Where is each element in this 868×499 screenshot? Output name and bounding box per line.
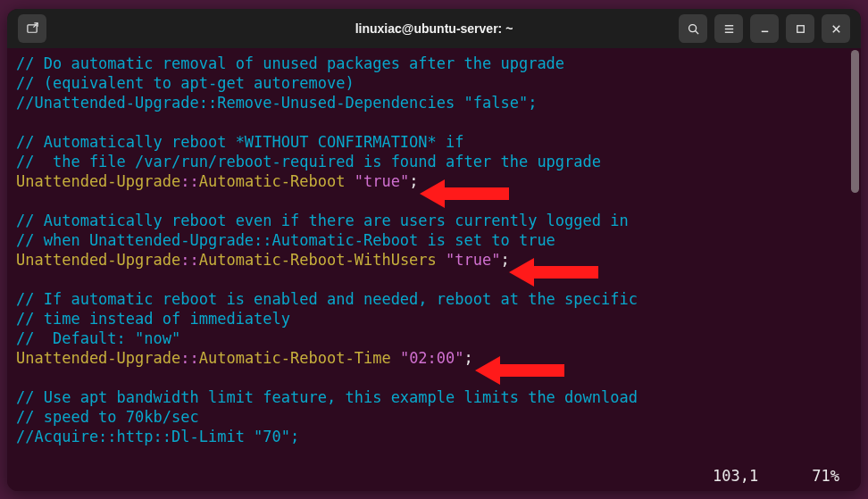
code-colon: :: xyxy=(180,349,198,367)
maximize-icon xyxy=(794,22,807,36)
code-string: "true" xyxy=(355,172,409,190)
new-tab-icon xyxy=(26,22,39,36)
code-colon: :: xyxy=(180,251,198,269)
code-line: // Do automatic removal of unused packag… xyxy=(16,54,564,72)
code-key: Automatic-Reboot-Time xyxy=(199,349,400,367)
cursor-position: 103,1 xyxy=(713,466,758,486)
titlebar: linuxiac@ubuntu-server: ~ xyxy=(7,9,861,48)
menu-button[interactable] xyxy=(714,14,743,43)
code-line: // Automatically reboot *WITHOUT CONFIRM… xyxy=(16,133,464,151)
svg-point-2 xyxy=(689,24,696,31)
search-icon xyxy=(687,22,700,36)
code-key: Automatic-Reboot xyxy=(199,172,355,190)
scroll-percent: 71% xyxy=(812,466,839,486)
terminal-window: linuxiac@ubuntu-server: ~ // Do automati… xyxy=(7,9,861,491)
code-string: "true" xyxy=(446,251,500,269)
code-semi: ; xyxy=(464,349,473,367)
code-line: // Default: "now" xyxy=(16,329,180,347)
scrollbar-thumb[interactable] xyxy=(851,50,859,193)
code-line: // If automatic reboot is enabled and ne… xyxy=(16,290,638,308)
code-string: "70" xyxy=(254,428,290,445)
close-button[interactable] xyxy=(822,14,850,43)
minimize-icon xyxy=(758,22,772,36)
new-tab-button[interactable] xyxy=(18,14,46,43)
code-line: //Unattended-Upgrade::Remove-Unused-Depe… xyxy=(16,94,464,112)
code-key: Unattended-Upgrade xyxy=(16,349,180,367)
close-icon xyxy=(830,22,843,36)
terminal-body[interactable]: // Do automatic removal of unused packag… xyxy=(7,48,861,491)
code-colon: :: xyxy=(180,172,198,190)
code-string: "02:00" xyxy=(400,349,464,367)
svg-rect-8 xyxy=(797,25,804,32)
code-line: // when Unattended-Upgrade::Automatic-Re… xyxy=(16,231,555,249)
code-line: // Automatically reboot even if there ar… xyxy=(16,212,629,229)
maximize-button[interactable] xyxy=(786,14,814,43)
code-key: Automatic-Reboot-WithUsers xyxy=(199,251,446,269)
code-line: //Acquire::http::Dl-Limit xyxy=(16,428,254,445)
code-line: // the file /var/run/reboot-required is … xyxy=(16,153,601,170)
code-semi: ; xyxy=(409,172,418,190)
code-semi: ; xyxy=(528,94,537,112)
code-key: Unattended-Upgrade xyxy=(16,251,180,269)
vim-status-line: 103,1 71% xyxy=(16,466,852,486)
code-semi: ; xyxy=(500,251,509,269)
search-button[interactable] xyxy=(679,14,707,43)
minimize-button[interactable] xyxy=(750,14,779,43)
code-semi: ; xyxy=(290,428,299,445)
window-title: linuxiac@ubuntu-server: ~ xyxy=(355,21,513,36)
code-line: // (equivalent to apt-get autoremove) xyxy=(16,74,355,92)
code-key: Unattended-Upgrade xyxy=(16,172,180,190)
code-string: "false" xyxy=(464,94,529,112)
svg-line-3 xyxy=(695,30,698,34)
code-line: // Use apt bandwidth limit feature, this… xyxy=(16,388,638,406)
code-line: // speed to 70kb/sec xyxy=(16,408,199,426)
hamburger-icon xyxy=(722,22,736,36)
code-line: // time instead of immediately xyxy=(16,310,290,328)
